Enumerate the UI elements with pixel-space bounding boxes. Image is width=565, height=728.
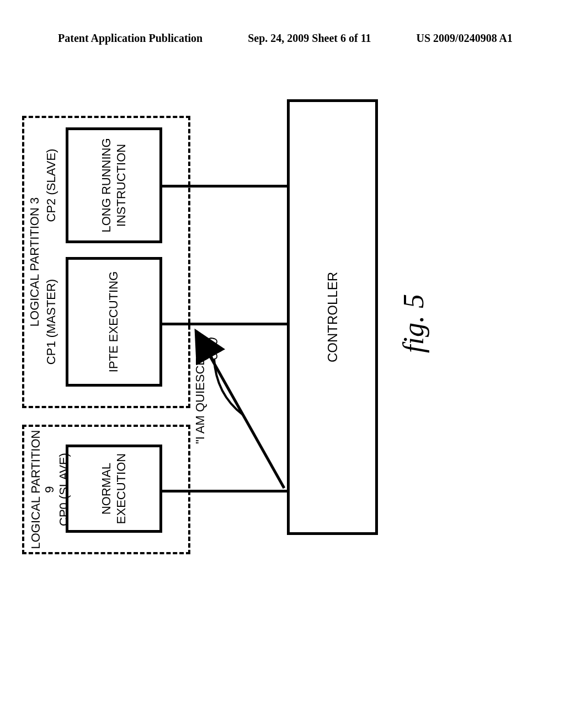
partition-9-title: LOGICAL PARTITION 9 CP0 (SLAVE) <box>29 427 71 552</box>
logical-partition-3: LOGICAL PARTITION 3 CP1 (MASTER) IPTE EX… <box>22 116 190 408</box>
patent-page: Patent Application Publication Sep. 24, … <box>0 0 565 728</box>
cp1-box: IPTE EXECUTING <box>66 257 162 387</box>
header-center: Sep. 24, 2009 Sheet 6 of 11 <box>248 32 371 45</box>
header-right: US 2009/0240908 A1 <box>417 32 513 45</box>
controller-box: CONTROLLER <box>287 99 378 535</box>
figure-label: fig. 5 <box>397 294 430 353</box>
header-left: Patent Application Publication <box>58 32 202 45</box>
cp1-label: CP1 (MASTER) <box>44 257 58 387</box>
controller-label: CONTROLLER <box>325 272 340 362</box>
partition-3-title: LOGICAL PARTITION 3 <box>28 118 41 406</box>
page-header: Patent Application Publication Sep. 24, … <box>0 32 565 45</box>
partition-9-cp0-box: NORMAL EXECUTION <box>66 445 162 533</box>
ref-500: 500 <box>205 338 221 360</box>
figure-5: LOGICAL PARTITION 9 CP0 (SLAVE) NORMAL E… <box>22 143 469 524</box>
cp2-label: CP2 (SLAVE) <box>44 127 58 243</box>
cp2-box: LONG RUNNING INSTRUCTION <box>66 127 162 243</box>
ref-500-lead <box>210 353 254 419</box>
connector-cp2 <box>160 185 287 188</box>
